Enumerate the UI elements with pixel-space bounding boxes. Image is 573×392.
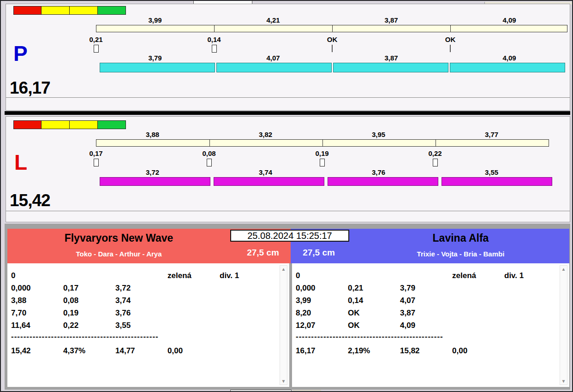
table-cell: 4,09 [400, 319, 452, 332]
table-cell: 0 [296, 269, 348, 282]
top-split-time: 4,21 [214, 16, 332, 24]
table-cell: 8,20 [296, 307, 348, 319]
table-cell: 3,87 [400, 307, 452, 319]
team-panel-left: Flyvaryors New Wave Toko - Dara - Arthur… [7, 229, 291, 387]
teams-section: Flyvaryors New Wave Toko - Dara - Arthur… [5, 224, 570, 390]
table-totals-row: 15,424,37%14,770,00 [7, 344, 289, 357]
traffic-yellow1-light [42, 120, 70, 129]
bottom-split-time: 3,87 [332, 54, 450, 62]
bottom-split-time: 3,79 [96, 54, 214, 62]
gate-marker-box [433, 159, 438, 166]
gate-mark: 0,22 [419, 149, 451, 157]
table-cell: 14,77 [115, 344, 167, 357]
table-cell: zelená [452, 269, 504, 282]
dog-run-bar [216, 63, 332, 72]
table-cell: 3,79 [400, 282, 452, 294]
traffic-red-light [13, 120, 42, 129]
bottom-split-time: 3,74 [209, 168, 322, 176]
bottom-split-time: 3,55 [435, 168, 548, 176]
dog-run-bar [442, 177, 552, 186]
scroll-up-icon[interactable]: ▲ [561, 267, 566, 272]
traffic-green-light [98, 120, 126, 129]
scroll-down-icon[interactable]: ▼ [561, 379, 566, 384]
top-split-time: 3,87 [332, 16, 450, 24]
gate-marker-line [332, 45, 333, 52]
table-row: 3,990,144,07 [292, 294, 569, 307]
table-row: 12,07OK4,09 [292, 319, 569, 332]
jump-height: 27,5 cm [292, 248, 345, 258]
table-row: 3,880,083,74 [7, 294, 289, 307]
table-cell: 3,76 [115, 307, 167, 319]
table-divider: ----------------------------------------… [292, 332, 569, 341]
table-cell: 0,17 [63, 282, 115, 294]
table-cell: 0,21 [348, 282, 400, 294]
table-info-row: 0zelenádiv. 1 [292, 269, 569, 282]
bar-tick [322, 140, 323, 146]
table-cell: 4,37% [63, 344, 115, 357]
scroll-up-icon[interactable]: ▲ [281, 267, 286, 272]
table-cell: 16,17 [296, 344, 348, 357]
gate-mark: 0,19 [306, 149, 338, 157]
result-table-left: 0zelenádiv. 1 0,0000,173,72 3,880,083,74… [7, 263, 289, 387]
bottom-split-time: 3,76 [322, 168, 435, 176]
table-row: 0,0000,213,79 [292, 282, 569, 294]
table-cell: 0,14 [348, 294, 400, 307]
team-dogs: Trixie - Vojta - Bria - Bambi [352, 250, 569, 258]
table-cell: 3,88 [11, 294, 63, 307]
gate-marker-box [207, 159, 212, 166]
lane-footer-strip [6, 211, 570, 222]
table-cell: 0,00 [452, 344, 504, 357]
background-window-fragment-bottom-2 [292, 390, 321, 392]
gate-mark: 0,17 [80, 149, 112, 157]
table-cell: 3,99 [296, 294, 348, 307]
dog-run-bar [450, 63, 565, 72]
start-traffic-light [13, 120, 126, 129]
table-cell: 3,55 [115, 319, 167, 332]
gate-mark: 0,14 [198, 36, 230, 43]
table-cell: 0,000 [11, 282, 63, 294]
table-row: 8,20OK3,87 [292, 307, 569, 319]
lane-total-time: 16,17 [10, 79, 50, 96]
split-measure-bar [96, 139, 549, 147]
bar-tick [436, 140, 436, 146]
bar-tick [450, 25, 451, 32]
timing-app-window: 3,99 4,21 3,87 4,09 0,21 0,14 OK OK 3,79… [0, 0, 573, 392]
gate-mark: 0,08 [193, 149, 225, 157]
bottom-split-time: 4,09 [450, 54, 568, 62]
lane-footer-strip [6, 97, 570, 110]
lane-letter-l: L [14, 152, 27, 173]
traffic-yellow2-light [70, 120, 98, 129]
top-split-time: 3,82 [209, 131, 322, 138]
table-cell: 15,82 [400, 344, 452, 357]
dog-run-bar [214, 177, 324, 186]
table-cell: OK [348, 319, 400, 332]
traffic-red-light [13, 6, 42, 15]
lane-panel-l: 3,88 3,82 3,95 3,77 0,17 0,08 0,19 0,22 … [6, 116, 570, 222]
scroll-down-icon[interactable]: ▼ [281, 379, 286, 384]
team-name: Flyvaryors New Wave [7, 232, 230, 244]
table-row: 0,0000,173,72 [7, 282, 289, 294]
bottom-split-time: 4,07 [214, 54, 332, 62]
table-cell: 12,07 [296, 319, 348, 332]
scrollbar[interactable]: ▲ ▼ [280, 265, 287, 385]
table-cell: 11,64 [11, 319, 63, 332]
table-cell: 0,19 [63, 307, 115, 319]
table-cell: 3,74 [115, 294, 167, 307]
gate-mark: OK [316, 36, 348, 43]
dog-run-bar [333, 63, 448, 72]
background-window-fragment-bottom [230, 390, 292, 392]
scrollbar[interactable]: ▲ ▼ [560, 265, 567, 385]
jump-height: 27,5 cm [236, 248, 290, 258]
table-cell: OK [348, 307, 400, 319]
lane-letter-p: P [13, 43, 28, 64]
team-name: Lavina Alfa [352, 232, 569, 244]
table-cell: 0,22 [63, 319, 115, 332]
gate-marker-box [94, 159, 99, 166]
race-timestamp: 25.08.2024 15:25:17 [230, 230, 349, 242]
gate-marker-box [94, 45, 99, 53]
team-panel-right: Lavina Alfa Trixie - Vojta - Bria - Bamb… [291, 229, 569, 387]
table-cell: 2,19% [348, 344, 400, 357]
table-cell: 0,00 [167, 344, 220, 357]
gate-marker-box [320, 159, 325, 166]
table-cell: 15,42 [11, 344, 63, 357]
